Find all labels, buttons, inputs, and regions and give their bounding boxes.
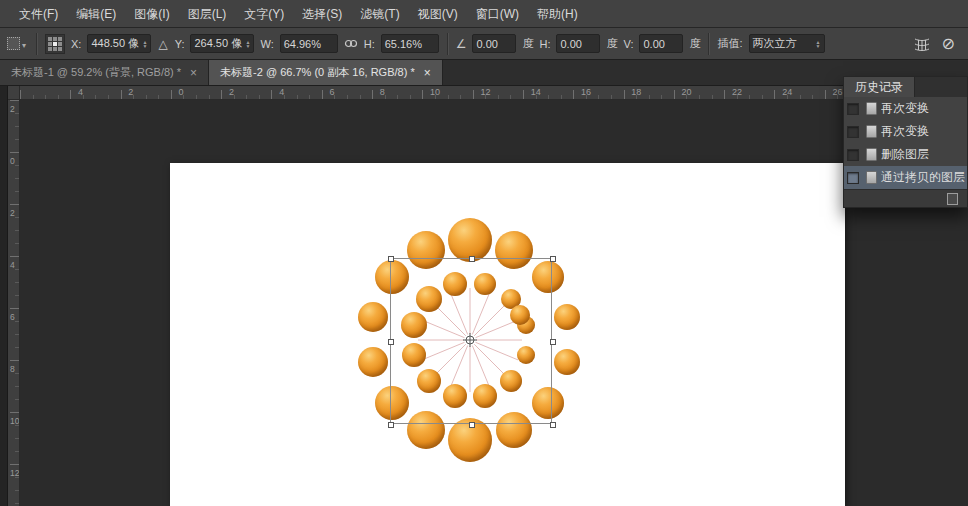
height-input[interactable]: 65.16%: [381, 34, 439, 53]
hskew-label: H:: [539, 38, 550, 50]
ruler-label: 12: [480, 87, 490, 97]
stepper-icon[interactable]: ▲ ▼: [246, 40, 251, 48]
ruler-label: 16: [581, 87, 591, 97]
menu-item[interactable]: 图层(L): [179, 0, 236, 28]
layer-state-icon: [866, 148, 877, 161]
ref-point-dot-center: [53, 42, 57, 46]
menu-item[interactable]: 文字(Y): [235, 0, 293, 28]
history-source-well[interactable]: [847, 126, 859, 138]
canvas-pasteboard[interactable]: [20, 100, 968, 506]
y-input[interactable]: 264.50 像 ▲ ▼: [190, 34, 254, 53]
close-icon[interactable]: ×: [424, 66, 431, 80]
menu-item[interactable]: 窗口(W): [467, 0, 528, 28]
menu-item[interactable]: 帮助(H): [528, 0, 587, 28]
rotation-angle-icon: ∠: [456, 37, 467, 51]
reference-point-locator[interactable]: [45, 34, 65, 54]
history-state-row[interactable]: 删除图层: [844, 143, 967, 166]
transform-handle[interactable]: [550, 422, 556, 428]
menu-item[interactable]: 文件(F): [10, 0, 67, 28]
vertical-ruler[interactable]: 2024681012: [8, 100, 20, 506]
ruler-label: 12: [10, 468, 19, 478]
x-input[interactable]: 448.50 像 ▲ ▼: [87, 34, 151, 53]
ruler-label: 4: [10, 260, 15, 270]
new-document-from-state-icon[interactable]: [947, 193, 958, 205]
hskew-value: 0.00: [560, 38, 581, 50]
document-tab[interactable]: 未标题-1 @ 59.2% (背景, RGB/8) *×: [0, 60, 209, 85]
ref-point-dot: [58, 47, 62, 51]
document-tab[interactable]: 未标题-2 @ 66.7% (0 副本 16, RGB/8) *×: [209, 60, 443, 85]
transform-handle[interactable]: [388, 339, 394, 345]
history-source-well[interactable]: [847, 103, 859, 115]
warp-mode-toggle-icon[interactable]: [914, 37, 930, 51]
ruler-label: 2: [10, 208, 15, 218]
close-icon[interactable]: ×: [190, 66, 197, 80]
tool-preset-picker[interactable]: ▾: [5, 35, 28, 52]
hskew-input[interactable]: 0.00: [556, 34, 600, 53]
history-state-row[interactable]: 再次变换: [844, 97, 967, 120]
horizontal-ruler[interactable]: 4202468101214161820222426: [20, 86, 968, 100]
ruler-origin-corner[interactable]: [8, 86, 20, 100]
ruler-label: 8: [10, 364, 15, 374]
menu-item[interactable]: 滤镜(T): [351, 0, 408, 28]
width-input[interactable]: 64.96%: [280, 34, 338, 53]
rotation-unit: 度: [522, 36, 533, 51]
menu-item[interactable]: 视图(V): [409, 0, 467, 28]
vskew-input[interactable]: 0.00: [639, 34, 683, 53]
layer-state-icon: [866, 125, 877, 138]
tab-title: 未标题-1 @ 59.2% (背景, RGB/8) *: [11, 65, 181, 80]
stepper-icon[interactable]: ▲ ▼: [142, 40, 147, 48]
ruler-label: 6: [10, 312, 15, 322]
options-bar: ▾ X: 448.50 像 ▲ ▼ △ Y: 264.50 像 ▲: [0, 28, 968, 60]
layer-state-icon: [866, 102, 877, 115]
rotation-input[interactable]: 0.00: [472, 34, 516, 53]
menu-item[interactable]: 编辑(E): [67, 0, 125, 28]
stepper-down-icon: ▼: [142, 44, 147, 48]
vskew-label: V:: [623, 38, 633, 50]
ref-point-dot: [58, 37, 62, 41]
width-label: W:: [260, 38, 273, 50]
history-source-well[interactable]: [847, 172, 859, 184]
ruler-label: 20: [682, 87, 692, 97]
transform-handle[interactable]: [469, 422, 475, 428]
history-source-well[interactable]: [847, 149, 859, 161]
cancel-transform-button[interactable]: ⊘: [942, 36, 955, 52]
ref-point-dot: [53, 37, 57, 41]
ruler-label: 0: [179, 87, 184, 97]
ref-point-dot: [48, 37, 52, 41]
ruler-label: 22: [732, 87, 742, 97]
ruler-label: 24: [782, 87, 792, 97]
transform-bounding-box[interactable]: [390, 258, 552, 424]
link-dimensions-icon[interactable]: [344, 39, 358, 48]
history-state-label: 通过拷贝的图层: [881, 169, 965, 186]
history-state-label: 再次变换: [881, 100, 929, 117]
menu-item[interactable]: 图像(I): [125, 0, 178, 28]
history-panel: 历史记录 再次变换再次变换删除图层通过拷贝的图层: [843, 76, 968, 208]
history-tab[interactable]: 历史记录: [844, 77, 915, 97]
menu-bar: 文件(F)编辑(E)图像(I)图层(L)文字(Y)选择(S)滤镜(T)视图(V)…: [0, 0, 968, 28]
document-canvas[interactable]: [170, 163, 845, 506]
vskew-value: 0.00: [643, 38, 664, 50]
divider: [447, 33, 448, 55]
history-list: 再次变换再次变换删除图层通过拷贝的图层: [844, 97, 967, 189]
y-value: 264.50 像: [194, 36, 242, 51]
ruler-label: 10: [430, 87, 440, 97]
transform-handle[interactable]: [388, 422, 394, 428]
x-value: 448.50 像: [91, 36, 139, 51]
transform-handle[interactable]: [469, 256, 475, 262]
ruler-label: 2: [128, 87, 133, 97]
ruler-label: 10: [10, 416, 19, 426]
ruler-label: 4: [78, 87, 83, 97]
history-state-row[interactable]: 通过拷贝的图层: [844, 166, 967, 189]
history-state-row[interactable]: 再次变换: [844, 120, 967, 143]
stepper-down-icon: ▼: [246, 44, 251, 48]
history-panel-header: 历史记录: [844, 77, 967, 97]
relative-position-toggle[interactable]: △: [157, 37, 168, 51]
ruler-label: 8: [380, 87, 385, 97]
transform-handle[interactable]: [550, 339, 556, 345]
transform-handle[interactable]: [550, 256, 556, 262]
menu-item[interactable]: 选择(S): [293, 0, 351, 28]
divider: [36, 33, 37, 55]
hskew-unit: 度: [606, 36, 617, 51]
transform-handle[interactable]: [388, 256, 394, 262]
interpolation-select[interactable]: 两次立方 ▲ ▼: [749, 34, 825, 53]
